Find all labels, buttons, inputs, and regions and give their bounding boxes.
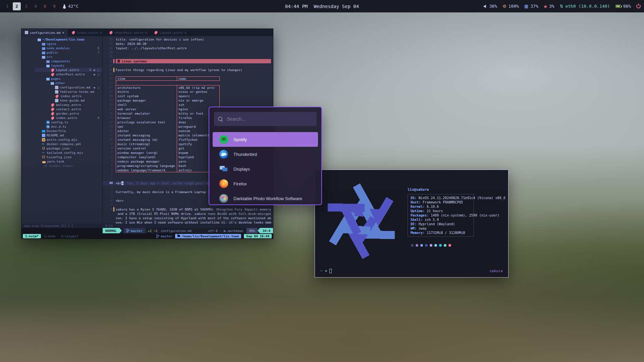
volume-module[interactable]: 36% [483,4,497,9]
palette-dot [425,244,428,247]
spotify-icon [219,135,228,144]
table-cell-name: openrc [177,94,219,98]
file-tree-item[interactable]: layouts [35,63,102,68]
power-module[interactable] [636,4,641,8]
launcher-app-item[interactable]: Firefox [213,176,318,191]
tab-close-icon[interactable] [62,31,64,35]
search-icon [218,117,223,121]
file-tree-item[interactable]: tone-guide.md [35,98,102,103]
network-module[interactable]: ⇅ eth0 (10.0.0.140) [560,4,610,9]
line-number: 25 [103,72,113,76]
file-tree-item[interactable]: index.astro [35,94,102,98]
file-tree-item[interactable]: otherPost.astro ● □ [35,72,102,76]
palette-dot [448,244,451,247]
temperature-module[interactable]: 42°C [64,4,78,9]
file-tree-item[interactable]: balcony.astro [35,103,102,107]
table-row: editor neovim [116,129,220,133]
file-tree-item[interactable]: garden.astro [35,111,102,116]
line-number: 27 [103,63,113,68]
sign-column [113,68,116,72]
file-tree-item[interactable]: Dockerfile [35,129,102,133]
file-tree-item[interactable]: ~/Development/liv.town [35,37,102,42]
file-tree-marker: ? [98,51,100,54]
cpu-module[interactable]: ▦ 37% [524,4,538,9]
line-number: 32 [103,42,113,46]
workspace-button[interactable]: 3 [22,2,30,10]
search-input[interactable] [226,116,313,122]
file-tree-item[interactable]: configuration.md ● □ [35,85,102,89]
workspace-button[interactable]: 2 [13,2,21,10]
memory-icon: ◈ [544,4,547,8]
file-tree-item[interactable]: pages [35,76,102,81]
launcher-search-box[interactable] [214,112,317,126]
tab-close-icon[interactable] [100,31,102,35]
docker-file-icon [42,130,45,132]
workspace-button[interactable]: 4 [32,2,40,10]
table-cell-name: nix or emerge [177,98,219,103]
battery-value: 98% [623,4,631,9]
editor-tab[interactable]: index.astro [68,29,106,36]
line-number: 1 [103,185,113,190]
sign-column [113,172,116,177]
editor-tab[interactable]: otherPost.astro [106,29,151,36]
file-tree-label: Layout.astro [56,68,79,72]
file-tree-label: astro.config.mjs [47,138,77,141]
editor-tab[interactable]: Layout.astro [151,29,190,36]
launcher-app-item[interactable]: Thunderbird [213,147,318,162]
battery-module[interactable]: 98% [615,4,631,9]
fetch-label: Host: [411,200,421,204]
file-tree-item[interactable]: tsconfig.json [35,155,102,159]
file-tree-item[interactable]: contact.astro [35,107,102,111]
workspace-button[interactable]: 8 [41,2,49,10]
line-number: 24 [103,76,113,81]
workspace-button[interactable]: 9 [50,2,58,10]
folder-open-icon [51,82,54,85]
file-tree-item[interactable]: package.json [35,146,102,150]
workspaces: 1 2 3 4 8 9 [3,2,58,10]
file-tree-item[interactable]: other [35,81,102,85]
git-branch-segment[interactable]: master [124,228,145,233]
launcher-app-item[interactable]: Darktable Photo Workflow Software [213,191,318,205]
file-tree-item[interactable]: src [35,55,102,59]
file-tree-item[interactable]: nginx [35,42,102,46]
launcher-app-item[interactable]: Displays [213,162,318,176]
tab-close-icon[interactable] [145,31,147,35]
launcher-app-item[interactable]: Spotify [213,132,318,147]
workspace-button[interactable]: 1 [3,2,11,10]
file-tree-item[interactable]: fediverse-terms.md [35,89,102,94]
file-tree-item[interactable]: (6 hidden items) [35,164,102,168]
file-tree-item[interactable]: README.md [35,133,102,137]
markdown-file-icon [55,86,58,89]
tmux-window[interactable]: 3:lazygit [58,234,80,238]
tailwind-file-icon [42,151,45,155]
file-tree-item[interactable]: index.astro H [35,116,102,120]
shell-prompt[interactable]: ~ > sakura [320,269,503,273]
table-cell-item: terminal emulator [116,111,177,116]
file-tree-item[interactable]: env.d.ts [35,124,102,129]
editor-tab[interactable]: configuration.md [21,29,68,36]
app-launcher: Spotify Thunderbird Displays Firefox [209,107,322,205]
file-tree-item[interactable]: components [35,59,102,63]
terminal-window[interactable]: liv@sakura OS:NixOS 24.11.20240828.71e91… [315,170,508,278]
file-tree-item[interactable]: node_modules E [35,46,102,50]
table-row-line: 20 init system openrc [103,94,273,98]
tmux-window[interactable]: 1:nvim* [23,234,41,238]
clock[interactable]: 04:44 PM Wednesday Sep 04 [285,4,359,9]
astro-file-icon [51,111,55,116]
file-tree-item[interactable]: astro.config.mjs [35,137,102,142]
file-tree-label: fediverse-terms.md [60,90,94,94]
table-cell-item: nodejs package manager [116,159,177,164]
sign-column [113,216,116,220]
brightness-module[interactable]: ⚙ 100% [502,4,519,9]
file-tree-item[interactable]: config.ts [35,120,102,124]
memory-module[interactable]: ◈ 3% [544,4,554,9]
battery-icon [615,5,621,8]
file-tree-item[interactable]: yarn.lock [35,159,102,164]
tab-close-icon[interactable] [184,31,186,35]
file-tree-item[interactable]: Layout.astro H ● □ [35,68,102,72]
tmux-window[interactable]: 2:node [42,234,58,238]
table-row: init system openrc [116,94,220,98]
file-tree-item[interactable]: docker-compose.yml [35,142,102,146]
file-tree-item[interactable]: public ? [35,50,102,55]
file-tree-item[interactable]: tailwind.config.mjs [35,150,102,155]
